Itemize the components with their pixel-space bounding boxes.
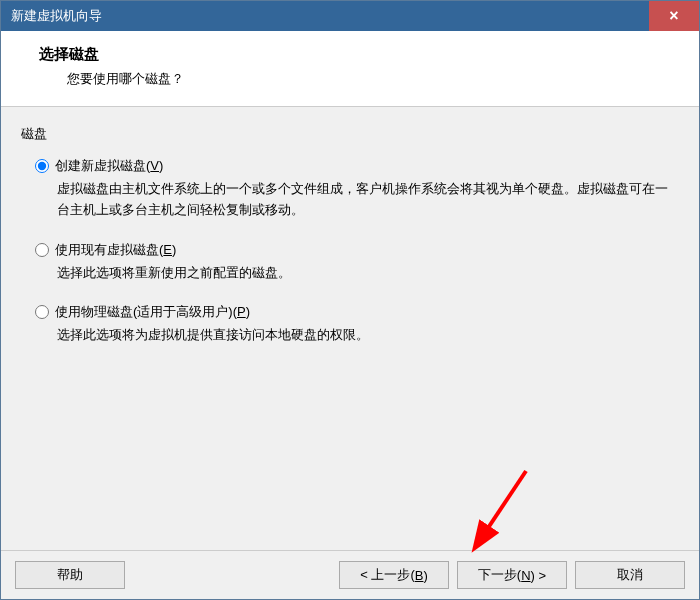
cancel-button[interactable]: 取消 bbox=[575, 561, 685, 589]
content-area: 磁盘 创建新虚拟磁盘(V) 虚拟磁盘由主机文件系统上的一个或多个文件组成，客户机… bbox=[1, 107, 699, 550]
close-icon: × bbox=[669, 7, 678, 25]
radio-option-physical: 使用物理磁盘(适用于高级用户)(P) 选择此选项将为虚拟机提供直接访问本地硬盘的… bbox=[35, 303, 679, 346]
radio-create-new[interactable]: 创建新虚拟磁盘(V) bbox=[35, 157, 679, 175]
titlebar: 新建虚拟机向导 × bbox=[1, 1, 699, 31]
radio-label: 使用现有虚拟磁盘(E) bbox=[55, 241, 176, 259]
radio-label: 创建新虚拟磁盘(V) bbox=[55, 157, 163, 175]
radio-desc: 虚拟磁盘由主机文件系统上的一个或多个文件组成，客户机操作系统会将其视为单个硬盘。… bbox=[35, 179, 679, 221]
radio-existing[interactable]: 使用现有虚拟磁盘(E) bbox=[35, 241, 679, 259]
radio-desc: 选择此选项将重新使用之前配置的磁盘。 bbox=[35, 263, 679, 284]
wizard-window: 新建虚拟机向导 × 选择磁盘 您要使用哪个磁盘？ 磁盘 创建新虚拟磁盘(V) 虚… bbox=[0, 0, 700, 600]
back-button[interactable]: < 上一步(B) bbox=[339, 561, 449, 589]
radio-physical[interactable]: 使用物理磁盘(适用于高级用户)(P) bbox=[35, 303, 679, 321]
window-title: 新建虚拟机向导 bbox=[11, 7, 102, 25]
radio-desc: 选择此选项将为虚拟机提供直接访问本地硬盘的权限。 bbox=[35, 325, 679, 346]
page-title: 选择磁盘 bbox=[39, 45, 679, 64]
nav-buttons: < 上一步(B) 下一步(N) > 取消 bbox=[339, 561, 685, 589]
radio-option-existing: 使用现有虚拟磁盘(E) 选择此选项将重新使用之前配置的磁盘。 bbox=[35, 241, 679, 284]
radio-input-create-new[interactable] bbox=[35, 159, 49, 173]
close-button[interactable]: × bbox=[649, 1, 699, 31]
radio-option-create-new: 创建新虚拟磁盘(V) 虚拟磁盘由主机文件系统上的一个或多个文件组成，客户机操作系… bbox=[35, 157, 679, 221]
page-subtitle: 您要使用哪个磁盘？ bbox=[39, 70, 679, 88]
radio-input-existing[interactable] bbox=[35, 243, 49, 257]
disk-radio-group: 创建新虚拟磁盘(V) 虚拟磁盘由主机文件系统上的一个或多个文件组成，客户机操作系… bbox=[21, 157, 679, 366]
button-bar: 帮助 < 上一步(B) 下一步(N) > 取消 bbox=[1, 550, 699, 599]
radio-label: 使用物理磁盘(适用于高级用户)(P) bbox=[55, 303, 250, 321]
radio-input-physical[interactable] bbox=[35, 305, 49, 319]
group-label: 磁盘 bbox=[21, 125, 679, 143]
next-button[interactable]: 下一步(N) > bbox=[457, 561, 567, 589]
wizard-header: 选择磁盘 您要使用哪个磁盘？ bbox=[1, 31, 699, 107]
help-button[interactable]: 帮助 bbox=[15, 561, 125, 589]
